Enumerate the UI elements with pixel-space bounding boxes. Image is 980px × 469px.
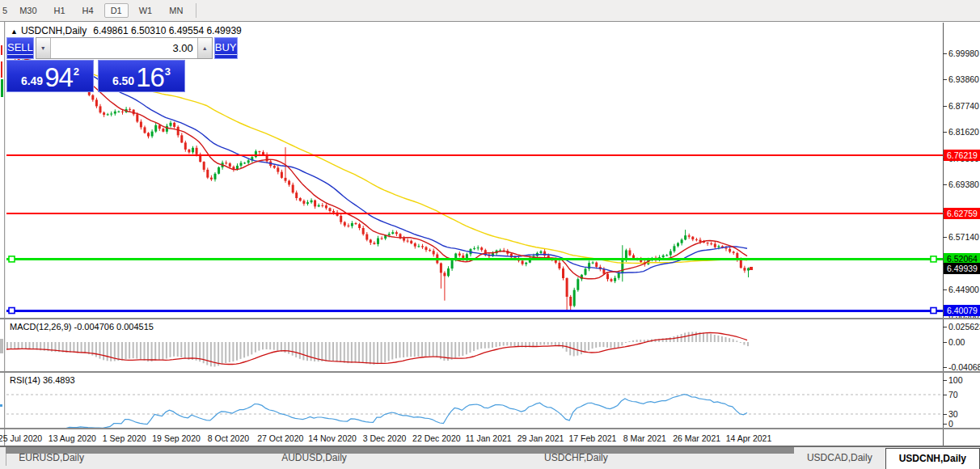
price-tick-label: 6.87740 [948,101,979,111]
tf-button-w1[interactable]: W1 [133,3,159,18]
tab-usdcnh[interactable]: USDCNH,Daily [885,448,980,469]
chart-title: ▲USDCNH,Daily6.49861 6.50310 6.49554 6.4… [11,25,242,36]
price-badge-6.40079: 6.40079 [944,305,980,316]
tf-button-d1[interactable]: D1 [104,3,129,18]
price-badge-6.76219: 6.76219 [944,150,980,161]
tf-button-mn[interactable]: MN [163,3,189,18]
price-tick-label: 6.81620 [948,127,979,137]
rsi-pane[interactable] [6,373,943,428]
chart-ohlc-values: 6.49861 6.50310 6.49554 6.49939 [93,25,242,36]
sell-price-sup: 2 [74,65,79,78]
buy-price-sup: 3 [165,65,171,78]
date-label: 17 Feb 2021 [568,433,616,443]
one-click-trade-panel: SELL ▼ ▲ BUY 6.49 94 2 6.50 16 3 [6,37,185,92]
rsi-tick-dash [943,424,947,425]
macd-tick-dash [943,327,947,327]
date-label: 22 Dec 2020 [412,433,461,443]
chart-symbol-label: USDCNH,Daily [21,25,87,36]
date-label: 8 Oct 2020 [208,433,249,443]
date-label: 13 Aug 2020 [49,433,96,443]
date-label: 11 Jan 2021 [466,433,512,443]
price-tick-dash [943,79,947,80]
clipped-chart-fragment [1,45,2,55]
volume-input[interactable] [51,38,197,58]
tf-button-5[interactable]: 5 [1,3,9,18]
date-label: 14 Apr 2021 [726,433,772,443]
buy-price-box[interactable]: 6.50 16 3 [98,60,185,92]
price-tick-dash [943,53,947,54]
date-label: 19 Sep 2020 [152,433,201,443]
rsi-tick-dash [943,395,947,395]
sell-button[interactable]: SELL [6,37,34,59]
tab-usdchf[interactable]: USDCHF,Daily [531,447,794,454]
clipped-chart-fragment [0,339,3,353]
date-label: 8 Mar 2021 [623,433,666,443]
sell-price-small: 6.49 [21,74,43,87]
volume-increase-icon[interactable]: ▲ [197,38,212,58]
clipped-chart-fragment [1,61,2,78]
macd-tick-label: -0.040687 [948,362,980,372]
price-tick-label: 6.93860 [948,74,979,84]
date-label: 25 Jul 2020 [0,433,42,443]
macd-tick-dash [943,342,947,343]
price-tick-label: 6.99980 [948,49,979,58]
price-tick-label: 6.57140 [948,232,979,242]
timeframe-toolbar: 5M30H1H4D1W1MN [0,0,980,22]
macd-label: MACD(12,26,9) -0.004706 0.004515 [10,322,154,332]
sell-price-box[interactable]: 6.49 94 2 [6,60,94,92]
volume-decrease-icon[interactable]: ▼ [36,38,51,58]
macd-tick-label: 0.025623 [948,322,980,332]
tf-button-h1[interactable]: H1 [48,3,72,18]
price-tick-dash [943,184,947,185]
tf-button-m30[interactable]: M30 [13,3,43,18]
collapse-triangle-icon[interactable]: ▲ [11,27,18,36]
pane-separator-dates[interactable] [0,428,980,429]
buy-price-small: 6.50 [112,74,134,87]
rsi-tick-dash [943,414,947,415]
rsi-tick-label: 100 [948,375,963,385]
toolbar-separator [196,3,196,18]
price-axis-border [943,23,944,446]
tab-usdcad[interactable]: USDCAD,Daily [794,447,885,469]
price-tick-dash [943,132,947,133]
clipped-chart-fragment [0,404,2,407]
date-label: 26 Mar 2021 [673,433,720,443]
date-label: 29 Jan 2021 [517,433,564,443]
macd-tick-label: 0.00 [948,337,965,347]
date-label: 1 Sep 2020 [103,433,146,443]
tf-button-h4[interactable]: H4 [76,3,100,18]
price-tick-dash [943,106,947,107]
volume-spinner: ▼ ▲ [36,37,213,59]
window-left-border-inner [5,22,6,446]
chart-tab-bar: EURUSD,DailyAUDUSD,DailyUSDCHF,DailyUSDC… [0,447,980,469]
rsi-label: RSI(14) 36.4893 [10,375,75,385]
tab-eurusd[interactable]: EURUSD,Daily [6,447,268,454]
price-tick-dash [943,289,947,290]
pane-separator-macd[interactable] [0,318,980,319]
sell-price-big: 94 [44,65,73,90]
buy-price-big: 16 [136,65,164,90]
price-badge-6.49939: 6.49939 [944,263,980,274]
price-tick-label: 6.44900 [948,285,979,294]
price-badge-6.62759: 6.62759 [944,208,980,219]
price-tick-dash [943,237,947,238]
pane-separator-rsi[interactable] [0,371,980,373]
macd-tick-dash [943,367,947,368]
rsi-tick-dash [943,380,947,381]
buy-button[interactable]: BUY [214,37,238,59]
date-label: 27 Oct 2020 [257,433,303,443]
rsi-tick-label: 30 [948,409,958,419]
clipped-chart-fragment [1,79,3,97]
rsi-tick-label: 70 [948,390,958,399]
price-tick-label: 6.69380 [948,180,979,189]
tab-audusd[interactable]: AUDUSD,Daily [268,447,531,454]
date-label: 14 Nov 2020 [308,433,357,443]
date-label: 3 Dec 2020 [363,433,407,443]
